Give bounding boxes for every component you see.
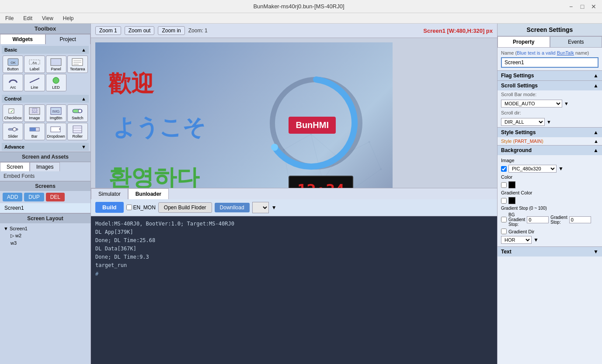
gradient-stop-input[interactable]: [569, 216, 591, 223]
console-output: Model:MS-40RJ0, BootVer:1.0; Target:MS-4…: [91, 216, 497, 364]
flag-settings-header[interactable]: Flag Settings ▲: [498, 70, 602, 80]
svg-line-9: [30, 78, 39, 83]
widget-button[interactable]: OK Button: [3, 55, 23, 73]
color-swatch[interactable]: [508, 181, 515, 188]
del-screen-button[interactable]: DEL: [46, 193, 65, 201]
svg-rect-25: [73, 126, 82, 133]
screen-tab-screen[interactable]: Screen: [0, 162, 30, 171]
gradient-stop2-label: GradientStop:: [550, 215, 567, 225]
bg-gradient-stop-input[interactable]: [527, 216, 549, 223]
gradient-stop-checkbox[interactable]: [501, 217, 507, 222]
maximize-btn[interactable]: □: [578, 3, 586, 10]
menu-file[interactable]: File: [3, 14, 16, 22]
en-mon-checkbox[interactable]: [126, 205, 132, 210]
label-icon: Aa: [28, 57, 41, 67]
image-select-chevron: ▼: [558, 166, 564, 172]
screen-list-item[interactable]: Screen1: [0, 203, 90, 213]
open-folder-button[interactable]: Open Build Floder: [158, 202, 212, 213]
widget-led[interactable]: LED: [46, 74, 66, 91]
canvas-text-korean: 환영하다: [108, 163, 199, 188]
advance-section-header[interactable]: Advance ▼: [2, 143, 89, 151]
console-prompt: #: [95, 270, 493, 278]
canvas-bg[interactable]: 歡迎 ようこそ 환영하다 BunHMI 12:34: [95, 42, 393, 188]
canvas-wrapper[interactable]: 歡迎 ようこそ 환영하다 BunHMI 12:34: [91, 38, 497, 188]
canvas-text-chinese: 歡迎: [108, 69, 154, 99]
name-input[interactable]: [501, 57, 599, 68]
color-checkbox[interactable]: [501, 182, 507, 188]
gradient-color-checkbox[interactable]: [501, 198, 507, 204]
basic-section-header[interactable]: Basic ▲: [2, 46, 89, 54]
tab-project[interactable]: Project: [45, 34, 91, 44]
zoom-in-button[interactable]: Zoom in: [158, 26, 184, 35]
gradient-dir-select[interactable]: HOR: [501, 236, 532, 244]
image-select[interactable]: PIC_480x320: [508, 165, 557, 173]
style-part-label: Style (PART_MAIN): [501, 139, 543, 144]
svg-text:Aa: Aa: [32, 61, 37, 65]
text-section-header[interactable]: Text ▼: [498, 246, 602, 257]
style-settings-header[interactable]: Style Settings ▲: [498, 127, 602, 137]
tree-item-w3[interactable]: w3: [2, 239, 89, 246]
gradient-color-swatch[interactable]: [508, 197, 515, 204]
embed-fonts-item[interactable]: Embed Fonts: [0, 171, 90, 181]
scroll-bar-mode-select-row: MODE_AUTO ▼: [498, 98, 602, 109]
line-icon: [28, 76, 41, 85]
imgbtn-icon: IMG: [50, 106, 62, 116]
tab-property[interactable]: Property: [498, 36, 550, 48]
widget-textarea[interactable]: Textarea: [67, 55, 88, 73]
add-screen-button[interactable]: ADD: [3, 193, 22, 201]
console-line-2: Done; DL Time:25.68: [95, 236, 493, 245]
widget-slider[interactable]: Slider: [3, 123, 23, 140]
widget-switch[interactable]: Switch: [67, 104, 88, 122]
zoom1-button[interactable]: Zoom 1: [95, 26, 121, 35]
widget-roller[interactable]: Roller: [67, 123, 88, 140]
tab-simulator[interactable]: Simulator: [91, 188, 128, 199]
style-collapse-icon: ▲: [593, 129, 599, 135]
scroll-settings-header[interactable]: Scroll Settings ▲: [498, 80, 602, 90]
download-button[interactable]: Downlload: [215, 203, 250, 212]
scroll-bar-mode-select[interactable]: MODE_AUTO: [501, 100, 562, 107]
widget-checkbox[interactable]: ✓ Checkbox: [3, 104, 23, 122]
build-button[interactable]: Build: [95, 202, 124, 213]
widget-line[interactable]: Line: [24, 74, 45, 91]
widget-panel[interactable]: Panel: [46, 55, 66, 73]
textarea-icon: [71, 57, 84, 67]
menu-view[interactable]: View: [39, 14, 56, 22]
scroll-dir-select[interactable]: DIR_ALL: [501, 118, 545, 126]
close-btn[interactable]: ✕: [590, 3, 598, 10]
widget-arc[interactable]: Arc: [3, 74, 23, 91]
svg-line-39: [369, 142, 381, 169]
tree-item-w2[interactable]: ▷ w2: [2, 232, 89, 239]
tree-item-screen1[interactable]: ▼ Screen1: [2, 225, 89, 232]
background-header[interactable]: Background ▲: [498, 145, 602, 155]
menu-help[interactable]: Help: [60, 14, 77, 22]
gradient-dir-checkbox[interactable]: [501, 229, 507, 234]
widget-image[interactable]: 🖼 Image: [24, 104, 45, 122]
widget-bar[interactable]: Bar: [24, 123, 45, 140]
device-dropdown-icon[interactable]: ▼: [271, 205, 277, 211]
device-select[interactable]: [252, 202, 269, 213]
image-checkbox[interactable]: [501, 166, 507, 172]
dup-screen-button[interactable]: DUP: [24, 193, 44, 201]
svg-rect-23: [51, 127, 60, 132]
zoom-out-button[interactable]: Zoom out: [125, 26, 155, 35]
minimize-btn[interactable]: −: [567, 3, 575, 10]
screen-asset-tabs: Screen Images: [0, 162, 90, 171]
gradient-color-label: Gradient Color: [501, 190, 540, 195]
style-part-row: Style (PART_MAIN) ▲: [498, 137, 602, 145]
menu-edit[interactable]: Edit: [21, 14, 35, 22]
right-panel: Screen Settings Property Events Name (Bl…: [497, 24, 602, 364]
widget-label[interactable]: Aa Label: [24, 55, 45, 73]
widget-imgbtn[interactable]: IMG ImgBtn: [46, 104, 66, 122]
screen-info: Screen1 [W:480,H:320] px: [423, 28, 493, 34]
basic-section: Basic ▲ OK Button Aa Label Panel: [0, 44, 90, 93]
screen-assets-header: Screen and Assets: [0, 152, 90, 162]
layout-tree: ▼ Screen1 ▷ w2 w3: [0, 223, 90, 364]
widget-dropdown[interactable]: Dropdown: [46, 123, 66, 140]
tab-events[interactable]: Events: [550, 36, 602, 48]
buntalk-link[interactable]: BunTalk: [557, 50, 574, 55]
tab-widgets[interactable]: Widgets: [0, 34, 45, 44]
arc-icon: [7, 76, 19, 85]
screen-tab-images[interactable]: Images: [30, 162, 60, 171]
control-section-header[interactable]: Control ▲: [2, 95, 89, 103]
tab-bunloader[interactable]: Bunloader: [128, 188, 169, 199]
